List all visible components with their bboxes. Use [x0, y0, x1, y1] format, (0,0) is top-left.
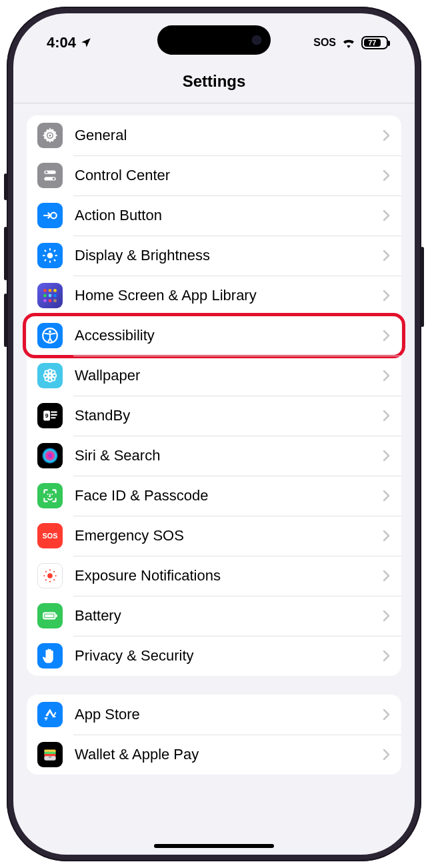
- svg-point-36: [51, 377, 55, 381]
- settings-row-label: Exposure Notifications: [75, 567, 383, 584]
- wallpaper-icon: [37, 363, 63, 388]
- settings-row-control-center[interactable]: Control Center: [27, 155, 401, 195]
- svg-rect-25: [53, 299, 56, 302]
- chevron-right-icon: [383, 370, 391, 382]
- svg-point-45: [49, 581, 51, 582]
- svg-line-13: [45, 250, 46, 252]
- faceid-icon: [37, 483, 63, 508]
- chevron-right-icon: [383, 570, 391, 582]
- settings-row-label: Wallet & Apple Pay: [75, 746, 383, 763]
- svg-point-34: [51, 370, 55, 374]
- settings-row-siri[interactable]: Siri & Search: [27, 436, 401, 476]
- settings-row-battery[interactable]: Battery: [27, 596, 401, 636]
- svg-point-6: [53, 177, 55, 179]
- exposure-icon: [37, 563, 63, 588]
- settings-row-general[interactable]: General: [27, 115, 401, 155]
- settings-row-wallpaper[interactable]: Wallpaper: [27, 356, 401, 396]
- settings-group: GeneralControl CenterAction ButtonDispla…: [27, 115, 401, 676]
- wifi-icon: [341, 37, 356, 48]
- settings-row-label: Siri & Search: [75, 447, 383, 464]
- svg-rect-23: [43, 299, 46, 302]
- control-center-icon: [37, 163, 63, 188]
- svg-rect-19: [53, 289, 56, 292]
- general-icon: [37, 123, 63, 148]
- settings-row-display[interactable]: Display & Brightness: [27, 236, 401, 276]
- settings-row-label: General: [75, 127, 383, 144]
- settings-row-sos[interactable]: SOSEmergency SOS: [27, 516, 401, 556]
- privacy-icon: [37, 643, 63, 669]
- svg-line-15: [45, 260, 46, 261]
- settings-row-label: Privacy & Security: [75, 647, 383, 665]
- chevron-right-icon: [383, 410, 391, 422]
- sos-indicator: SOS: [313, 37, 336, 49]
- settings-row-label: Display & Brightness: [75, 247, 383, 264]
- settings-row-label: Action Button: [75, 207, 383, 224]
- chevron-right-icon: [383, 709, 391, 721]
- iphone-frame: 4:04 SOS 77 Settings GeneralControl Cent…: [7, 7, 421, 861]
- svg-point-27: [49, 330, 51, 333]
- battery-icon: 77: [361, 36, 388, 49]
- dynamic-island: [157, 25, 271, 55]
- chevron-right-icon: [383, 530, 391, 542]
- settings-row-label: Battery: [75, 607, 383, 624]
- svg-point-44: [49, 569, 51, 570]
- siri-icon: [37, 443, 63, 468]
- settings-row-accessibility[interactable]: Accessibility: [27, 316, 401, 356]
- svg-point-39: [42, 448, 58, 464]
- settings-row-wallet[interactable]: Wallet & Apple Pay: [27, 735, 401, 775]
- settings-list[interactable]: GeneralControl CenterAction ButtonDispla…: [13, 103, 415, 855]
- home-indicator[interactable]: [154, 844, 274, 848]
- settings-row-exposure[interactable]: Exposure Notifications: [27, 556, 401, 596]
- svg-point-51: [53, 579, 55, 580]
- svg-rect-21: [49, 294, 51, 297]
- chevron-right-icon: [383, 650, 391, 662]
- svg-point-46: [43, 575, 45, 576]
- power-button: [421, 247, 424, 327]
- settings-row-home-screen[interactable]: Home Screen & App Library: [27, 276, 401, 316]
- settings-row-faceid[interactable]: Face ID & Passcode: [27, 476, 401, 516]
- settings-row-label: Emergency SOS: [75, 527, 383, 544]
- settings-row-label: Home Screen & App Library: [75, 287, 383, 304]
- svg-rect-53: [45, 614, 53, 617]
- settings-row-privacy[interactable]: Privacy & Security: [27, 636, 401, 676]
- svg-point-28: [49, 374, 52, 378]
- svg-rect-59: [49, 756, 51, 758]
- wallet-icon: [37, 742, 63, 767]
- svg-point-43: [47, 573, 53, 578]
- chevron-right-icon: [383, 450, 391, 462]
- settings-row-label: Accessibility: [75, 327, 383, 344]
- settings-row-action-button[interactable]: Action Button: [27, 195, 401, 236]
- settings-row-label: StandBy: [75, 407, 383, 424]
- svg-rect-22: [53, 294, 56, 297]
- volume-up-button: [4, 227, 7, 280]
- settings-row-label: App Store: [75, 706, 383, 723]
- app-store-icon: [37, 702, 63, 727]
- volume-down-button: [4, 294, 7, 347]
- svg-text:9: 9: [45, 412, 49, 419]
- chevron-right-icon: [383, 610, 391, 622]
- accessibility-icon: [37, 323, 63, 348]
- svg-point-41: [51, 494, 53, 495]
- settings-group: App StoreWallet & Apple Pay: [27, 695, 401, 775]
- chevron-right-icon: [383, 169, 391, 181]
- screen: 4:04 SOS 77 Settings GeneralControl Cent…: [13, 13, 415, 855]
- svg-point-47: [55, 575, 57, 576]
- chevron-right-icon: [383, 330, 391, 342]
- svg-point-49: [53, 571, 55, 572]
- svg-rect-20: [43, 294, 46, 297]
- svg-line-14: [54, 260, 55, 261]
- svg-rect-54: [56, 614, 57, 617]
- svg-rect-17: [43, 289, 46, 292]
- settings-row-standby[interactable]: 9StandBy: [27, 396, 401, 436]
- silence-switch: [4, 173, 7, 200]
- settings-row-app-store[interactable]: App Store: [27, 695, 401, 735]
- svg-line-16: [54, 250, 55, 252]
- svg-point-4: [45, 171, 47, 173]
- chevron-right-icon: [383, 209, 391, 222]
- standby-icon: 9: [37, 403, 63, 428]
- chevron-right-icon: [383, 250, 391, 262]
- action-button-icon: [37, 203, 63, 228]
- home-screen-icon: [37, 283, 63, 308]
- svg-point-40: [47, 494, 49, 495]
- svg-point-48: [45, 571, 47, 572]
